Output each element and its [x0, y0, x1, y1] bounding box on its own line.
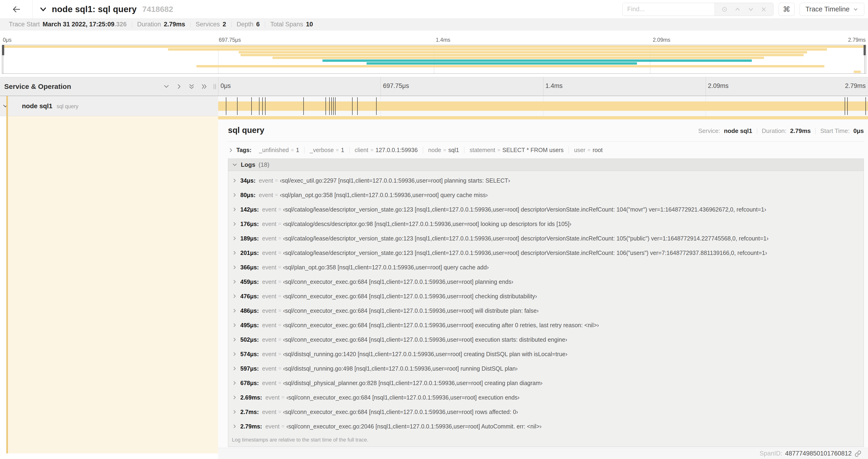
log-entry[interactable]: 2.69ms:event=‹sql/conn_executor_exec.go:… [228, 390, 864, 405]
log-marker-tick[interactable] [865, 97, 866, 115]
equals-glyph: = [281, 394, 284, 400]
match-highlight-icon[interactable] [721, 6, 728, 13]
log-field-key: event [262, 351, 276, 358]
tags-row[interactable]: Tags: _unfinished=1_verbose=1client=127.… [228, 147, 864, 154]
minimap-span-bar [273, 57, 764, 59]
column-resizer[interactable] [214, 84, 216, 89]
log-timestamp: 495μs: [240, 322, 259, 329]
log-marker-tick[interactable] [303, 97, 304, 115]
log-marker-tick[interactable] [845, 97, 845, 115]
next-match-icon[interactable] [747, 6, 754, 13]
collapse-all-icon[interactable] [188, 83, 195, 90]
log-marker-tick[interactable] [335, 97, 336, 115]
log-entry[interactable]: 502μs:event=‹sql/conn_executor_exec.go:6… [228, 332, 864, 347]
log-marker-tick[interactable] [259, 97, 259, 115]
log-field-key: event [262, 365, 276, 372]
tag-pill[interactable]: statement=SELECT * FROM users [464, 147, 569, 154]
log-entry[interactable]: 476μs:event=‹sql/conn_executor_exec.go:6… [228, 289, 864, 303]
tag-key: statement [469, 147, 495, 154]
log-message: ‹sql/conn_executor_exec.go:684 [nsql1,cl… [283, 408, 518, 415]
log-entry[interactable]: 366μs:event=‹sql/plan_opt.go:358 [nsql1,… [228, 260, 864, 274]
log-marker-tick[interactable] [237, 97, 238, 115]
view-range-left-scrubber[interactable] [2, 45, 4, 55]
logs-header[interactable]: Logs (18) [228, 159, 864, 171]
log-entry[interactable]: 2.79ms:event=‹sql/conn_executor_exec.go:… [228, 419, 864, 434]
span-duration-bar[interactable] [218, 101, 868, 111]
equals-glyph: = [291, 147, 294, 153]
log-entry[interactable]: 597μs:event=‹sql/distsql_running.go:498 … [228, 361, 864, 376]
log-marker-tick[interactable] [251, 97, 252, 115]
tag-pill[interactable]: user=root [569, 147, 608, 154]
chevron-right-icon [232, 366, 237, 371]
log-marker-tick[interactable] [226, 97, 226, 115]
log-timestamp: 476μs: [240, 293, 259, 300]
log-marker-tick[interactable] [352, 97, 352, 115]
log-entry[interactable]: 189μs:event=‹sql/catalog/lease/descripto… [228, 231, 864, 245]
log-marker-tick[interactable] [847, 97, 848, 115]
log-entry[interactable]: 459μs:event=‹sql/conn_executor_exec.go:6… [228, 274, 864, 289]
minimap-tick-label: 0μs [3, 37, 12, 43]
log-entry[interactable]: 495μs:event=‹sql/conn_executor_exec.go:6… [228, 318, 864, 332]
log-marker-tick[interactable] [329, 97, 330, 115]
log-entry[interactable]: 176μs:event=‹sql/catalog/descs/descripto… [228, 217, 864, 231]
tag-pill[interactable]: _unfinished=1 [254, 147, 305, 154]
back-button[interactable] [0, 0, 33, 19]
tag-key: _verbose [310, 147, 334, 154]
expand-all-icon[interactable] [201, 83, 208, 90]
log-marker-tick[interactable] [376, 97, 377, 115]
deep-link-icon[interactable] [855, 450, 862, 457]
log-entry[interactable]: 34μs:event=‹sql/exec_util.go:2297 [nsql1… [228, 173, 864, 188]
minimap-span-row [2, 45, 866, 48]
log-entry[interactable]: 574μs:event=‹sql/distsql_running.go:1420… [228, 347, 864, 361]
keyboard-shortcuts-button[interactable]: ⌘ [779, 3, 795, 16]
log-entry[interactable]: 80μs:event=‹sql/plan_opt.go:358 [nsql1,c… [228, 188, 864, 202]
log-entry[interactable]: 2.7ms:event=‹sql/conn_executor_exec.go:6… [228, 405, 864, 419]
log-field-key: event [265, 423, 280, 430]
log-message: ‹sql/catalog/descs/descriptor.go:98 [nsq… [283, 221, 571, 227]
minimap-span-row [2, 65, 866, 68]
tag-pill[interactable]: client=127.0.0.1:59936 [349, 147, 423, 154]
span-operation-name: sql query [57, 103, 79, 110]
log-message: ‹sql/catalog/lease/descriptor_version_st… [283, 235, 768, 242]
minimap-span-row [2, 68, 866, 70]
minimap-span-bar [239, 51, 807, 54]
service-color-strip [6, 116, 8, 453]
log-timestamp: 574μs: [240, 351, 259, 358]
chevron-right-icon [232, 192, 237, 198]
log-entry[interactable]: 678μs:event=‹sql/distsql_physical_planne… [228, 376, 864, 390]
tag-pill[interactable]: _verbose=1 [304, 147, 349, 154]
chevron-right-icon [232, 323, 237, 328]
spanid-value: 4877749850101760812 [785, 450, 852, 457]
log-marker-tick[interactable] [357, 97, 358, 115]
log-entry[interactable]: 142μs:event=‹sql/catalog/lease/descripto… [228, 202, 864, 217]
log-marker-tick[interactable] [326, 97, 326, 115]
span-name-cell[interactable]: node sql1 sql query [0, 96, 218, 116]
prev-match-icon[interactable] [734, 6, 741, 13]
chevron-right-icon [232, 207, 237, 212]
tag-pill[interactable]: node=sql1 [423, 147, 464, 154]
timeline-minimap[interactable] [2, 45, 866, 74]
chevron-right-icon [232, 178, 237, 183]
clear-find-icon[interactable] [761, 6, 767, 12]
minimap-span-row [2, 70, 866, 73]
log-field-key: event [262, 206, 276, 213]
detail-span-title: sql query [228, 126, 699, 135]
equals-glyph: = [443, 147, 446, 153]
expand-one-icon[interactable] [176, 83, 182, 90]
trace-title-group[interactable]: node sql1: sql query 7418682 [33, 4, 622, 14]
log-marker-tick[interactable] [331, 97, 332, 115]
trace-view-select[interactable]: Trace Timeline [800, 3, 864, 16]
span-bar-cell[interactable] [218, 96, 868, 116]
view-range-right-scrubber[interactable] [864, 45, 866, 55]
equals-glyph: = [497, 147, 500, 153]
tag-value: sql1 [448, 147, 459, 154]
log-entry[interactable]: 486μs:event=‹sql/conn_executor_exec.go:6… [228, 303, 864, 318]
log-marker-tick[interactable] [265, 97, 266, 115]
collapse-one-icon[interactable] [163, 83, 169, 90]
find-input[interactable] [623, 3, 714, 15]
equals-glyph: = [278, 279, 281, 285]
log-marker-tick[interactable] [333, 97, 334, 115]
log-marker-tick[interactable] [262, 97, 263, 115]
log-entry[interactable]: 201μs:event=‹sql/catalog/lease/descripto… [228, 245, 864, 260]
log-timestamp: 502μs: [240, 336, 259, 343]
